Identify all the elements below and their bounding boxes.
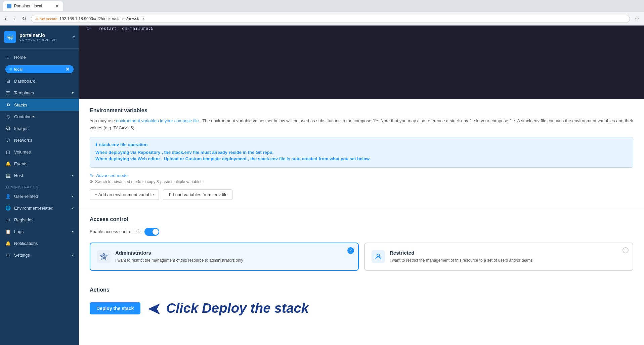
- notifications-label: Notifications: [14, 241, 38, 246]
- env-badge[interactable]: local ✕: [5, 65, 74, 73]
- advanced-mode-link[interactable]: ✎ Advanced mode: [90, 173, 633, 178]
- settings-chevron-icon: ▾: [72, 253, 74, 257]
- env-section: local ✕: [0, 63, 79, 75]
- deploy-row: Deploy the stack ➤ Click Deploy the stac…: [90, 298, 633, 318]
- svg-point-1: [377, 254, 380, 257]
- env-link[interactable]: environment variables in your compose fi…: [116, 118, 200, 123]
- deploy-stack-button[interactable]: Deploy the stack: [90, 302, 140, 314]
- restricted-card-radio: [622, 247, 629, 253]
- sidebar-item-templates[interactable]: ☰ Templates ▾: [0, 87, 79, 99]
- env-related-chevron-icon: ▾: [72, 206, 74, 210]
- sidebar-nav: ⌂ Home local ✕ ⊞ Dashboard ☰ Templates ▾: [0, 49, 79, 345]
- env-desc-text1: You may use: [90, 118, 116, 123]
- back-button[interactable]: ‹: [3, 14, 8, 23]
- admin-card-desc: I want to restrict the management of thi…: [115, 258, 243, 263]
- admin-card[interactable]: Administrators I want to restrict the ma…: [90, 243, 359, 271]
- env-action-buttons: + Add an environment variable ⬆ Load var…: [90, 189, 633, 200]
- logo-icon: 🐳: [4, 31, 16, 43]
- env-related-icon: 🌐: [5, 206, 11, 211]
- sidebar-logo: 🐳 portainer.io COMMUNITY EDITION «: [0, 26, 79, 49]
- advanced-mode-label: Advanced mode: [96, 173, 128, 178]
- bookmark-button[interactable]: ☆: [633, 14, 641, 23]
- restricted-card[interactable]: Restricted I want to restrict the manage…: [364, 243, 633, 271]
- info-line-2: When deploying via Web editor , Upload o…: [95, 156, 628, 161]
- restricted-radio-outer: [622, 247, 629, 253]
- arrow-annotation: ➤ Click Deploy the stack: [147, 298, 309, 318]
- events-icon: 🔔: [5, 161, 11, 166]
- logs-chevron-icon: ▾: [72, 230, 74, 233]
- sidebar-item-networks[interactable]: ⬡ Networks: [0, 134, 79, 146]
- admin-checkmark-icon: ✓: [347, 247, 354, 254]
- admin-card-icon: [97, 250, 111, 263]
- logs-icon: 📋: [5, 229, 11, 234]
- sidebar-item-registries[interactable]: ⊕ Registries: [0, 214, 79, 226]
- enable-access-info-icon: ⓘ: [136, 229, 140, 234]
- tab-close-button[interactable]: ✕: [55, 3, 59, 9]
- load-vars-label: ⬆ Load variables from .env file: [168, 192, 227, 197]
- switch-text: Switch to advanced mode to copy & paste …: [95, 179, 203, 184]
- admin-card-text: Administrators I want to restrict the ma…: [115, 250, 243, 263]
- user-related-icon: 👤: [5, 194, 11, 199]
- url-text: 192.168.1.18:9000/#!/2/docker/stacks/new…: [59, 16, 145, 21]
- home-label: Home: [14, 55, 26, 60]
- sidebar-item-dashboard[interactable]: ⊞ Dashboard: [0, 75, 79, 87]
- svg-point-0: [103, 256, 105, 258]
- settings-label: Settings: [14, 253, 30, 258]
- user-chevron-icon: ▾: [72, 195, 74, 198]
- networks-icon: ⬡: [5, 138, 11, 143]
- actions-section: Actions Deploy the stack ➤ Click Deploy …: [79, 279, 644, 327]
- info-circle-icon: ℹ: [95, 142, 97, 147]
- host-icon: 💻: [5, 173, 11, 178]
- main-content: 14 restart: on-failure:5 Environment var…: [79, 26, 644, 345]
- line-number: 14: [79, 26, 96, 32]
- address-bar[interactable]: ⚠ Not secure 192.168.1.18:9000/#!/2/dock…: [31, 15, 630, 23]
- switch-icon: ⟳: [90, 179, 93, 184]
- logo-sub-text: COMMUNITY EDITION: [19, 38, 57, 41]
- sidebar-item-events[interactable]: 🔔 Events: [0, 158, 79, 170]
- browser-tab[interactable]: Portainer | local ✕: [3, 1, 63, 11]
- restricted-card-text: Restricted I want to restrict the manage…: [390, 250, 533, 263]
- admin-section-label: Administration: [0, 181, 79, 190]
- browser-chrome: Portainer | local ✕ ‹ › ↻ ⚠ Not secure 1…: [0, 0, 644, 26]
- sidebar-item-images[interactable]: 🖼 Images: [0, 123, 79, 134]
- toggle-slider: [144, 228, 159, 236]
- sidebar-item-host[interactable]: 💻 Host ▾: [0, 170, 79, 181]
- sidebar-item-stacks[interactable]: ⧉ Stacks: [0, 99, 79, 111]
- env-description: You may use environment variables in you…: [90, 118, 633, 132]
- sidebar-collapse-button[interactable]: «: [72, 34, 75, 40]
- restricted-card-title: Restricted: [390, 250, 533, 256]
- host-chevron-icon: ▾: [72, 174, 74, 177]
- restricted-card-desc: I want to restrict the management of thi…: [390, 258, 533, 263]
- load-vars-button[interactable]: ⬆ Load variables from .env file: [163, 189, 232, 200]
- env-close-icon[interactable]: ✕: [66, 67, 70, 72]
- sidebar-item-settings[interactable]: ⚙ Settings ▾: [0, 249, 79, 261]
- line-content: restart: on-failure:5: [96, 26, 156, 32]
- dashboard-icon: ⊞: [5, 79, 11, 84]
- code-editor[interactable]: 14 restart: on-failure:5: [79, 26, 644, 99]
- browser-title-bar: Portainer | local ✕: [0, 0, 644, 12]
- admin-card-radio: ✓: [347, 247, 354, 254]
- access-control-title: Access control: [90, 216, 633, 222]
- access-cards: Administrators I want to restrict the ma…: [90, 243, 633, 271]
- env-variables-section: Environment variables You may use enviro…: [79, 99, 644, 208]
- forward-button[interactable]: ›: [11, 14, 17, 23]
- add-env-button[interactable]: + Add an environment variable: [90, 189, 159, 200]
- code-line-14: 14 restart: on-failure:5: [79, 26, 644, 32]
- actions-title: Actions: [90, 287, 633, 293]
- code-spacer: [79, 32, 644, 99]
- tab-favicon: [7, 4, 11, 8]
- sidebar-item-containers[interactable]: ⬡ Containers: [0, 111, 79, 123]
- browser-nav-bar: ‹ › ↻ ⚠ Not secure 192.168.1.18:9000/#!/…: [0, 12, 644, 26]
- info-box: ℹ stack.env file operation When deployin…: [90, 137, 633, 168]
- events-label: Events: [14, 161, 28, 166]
- sidebar-item-volumes[interactable]: ◫ Volumes: [0, 146, 79, 158]
- sidebar-item-home[interactable]: ⌂ Home: [0, 51, 79, 63]
- sidebar-item-env-related[interactable]: 🌐 Environment-related ▾: [0, 202, 79, 214]
- sidebar-item-notifications[interactable]: 🔔 Notifications: [0, 238, 79, 249]
- settings-icon: ⚙: [5, 253, 11, 258]
- access-toggle[interactable]: [144, 228, 159, 236]
- restricted-card-icon: [372, 250, 385, 263]
- refresh-button[interactable]: ↻: [20, 14, 28, 23]
- sidebar-item-logs[interactable]: 📋 Logs ▾: [0, 226, 79, 238]
- sidebar-item-user-related[interactable]: 👤 User-related ▾: [0, 190, 79, 202]
